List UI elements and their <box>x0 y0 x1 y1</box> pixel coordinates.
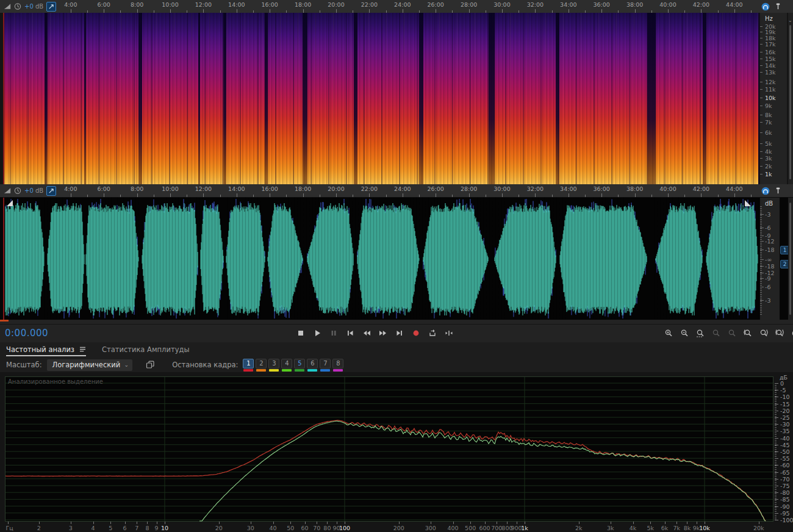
scroll-start-marker[interactable] <box>0 320 9 322</box>
hold-button-5[interactable]: 5 <box>294 359 305 368</box>
plot-y-label: -95 <box>780 509 790 516</box>
pin-icon[interactable] <box>775 2 781 10</box>
hold-button-7[interactable]: 7 <box>320 359 331 368</box>
spectrogram-scroll-strip[interactable]: ⌄ <box>788 13 793 184</box>
hold-button-4[interactable]: 4 <box>281 359 292 368</box>
timeline-ruler-spectrogram[interactable]: +0 dB 4:006:008:0010:0012:0014:0016:0018… <box>0 0 793 13</box>
tab-frequency-analysis[interactable]: Частотный анализ <box>6 342 86 356</box>
freq-axis-label: 3k <box>765 155 772 162</box>
hold-button-1[interactable]: 1 <box>243 359 254 368</box>
zoom-out-horizontal-button[interactable] <box>678 327 691 339</box>
zoom-to-selection-button[interactable] <box>694 327 706 339</box>
hold-button-3[interactable]: 3 <box>268 359 279 368</box>
gain-readout[interactable]: +0 dB <box>24 187 43 194</box>
waveform-display[interactable] <box>4 198 759 320</box>
ruler-tick <box>187 195 187 197</box>
spectrogram-display[interactable] <box>4 13 759 184</box>
spectrogram-gap <box>265 13 268 184</box>
gain-readout[interactable]: +0 dB <box>24 3 43 10</box>
plot-x-tick <box>8 522 9 524</box>
playhead-line[interactable] <box>3 13 4 184</box>
record-button[interactable] <box>410 327 422 339</box>
skip-to-start-button[interactable] <box>344 327 356 339</box>
plot-x-tick <box>110 522 111 524</box>
hold-button-2[interactable]: 2 <box>256 359 267 368</box>
plot-x-tick <box>579 522 580 524</box>
plot-x-label: 900 <box>511 525 522 531</box>
db-axis-label: -18 <box>765 263 775 270</box>
volume-fade-icon[interactable] <box>4 187 11 195</box>
hold-button-6[interactable]: 6 <box>307 359 318 368</box>
loop-playback-button[interactable] <box>426 327 439 339</box>
ruler-tick <box>170 193 171 197</box>
plot-y-tick <box>775 451 778 452</box>
hold-slot-2: 2 <box>256 359 267 372</box>
spectrogram-row: Hz 20k19k18k17k16k15k14k13k12k11k10k9k8k… <box>0 13 793 184</box>
plot-x-label: 500 <box>465 525 476 531</box>
db-axis-label: -3 <box>765 211 770 218</box>
hold-button-8[interactable]: 8 <box>332 359 343 368</box>
volume-fade-icon[interactable] <box>4 2 11 10</box>
hold-label: Остановка кадра: <box>172 361 238 369</box>
freq-axis-tick <box>760 106 762 106</box>
ruler-tick <box>701 193 702 197</box>
plot-x-label: 5 <box>109 525 112 531</box>
copy-frame-button[interactable] <box>146 361 155 369</box>
speed-clock-icon[interactable] <box>14 2 21 10</box>
hold-buttons: 12345678 <box>243 359 343 372</box>
headphones-icon[interactable] <box>761 2 770 11</box>
rewind-button[interactable] <box>361 327 373 339</box>
plot-y-tick <box>775 397 778 397</box>
plot-y-label: -90 <box>780 503 790 509</box>
channel-buttons: 12 <box>780 198 789 320</box>
plot-y-label: -20 <box>780 407 790 414</box>
pin-playhead-button[interactable] <box>46 2 56 12</box>
pin-playhead-button[interactable] <box>46 186 56 196</box>
db-axis-label: -3 <box>765 297 770 304</box>
zoom-in-right-edge-button[interactable] <box>758 327 770 339</box>
pause-button[interactable] <box>328 327 340 339</box>
ruler-tick <box>684 195 685 197</box>
scale-dropdown[interactable]: Логарифмический ⌄ <box>47 359 133 371</box>
plot-x-label: 300 <box>425 525 436 531</box>
zoom-reset-button[interactable] <box>726 327 738 339</box>
spectrogram-gap <box>198 13 200 184</box>
plot-y-label: -15 <box>780 400 790 407</box>
plot-x-tick <box>633 522 634 524</box>
fast-forward-button[interactable] <box>377 327 389 339</box>
plot-canvas[interactable] <box>5 376 773 522</box>
waveform-scroll-strip[interactable] <box>788 198 793 320</box>
hz-axis-unit-label: Гц <box>5 525 13 531</box>
zoom-in-left-edge-button[interactable] <box>742 327 754 339</box>
restore-zoom-button[interactable] <box>789 327 793 339</box>
plot-y-label: -75 <box>780 483 790 489</box>
pin-icon[interactable] <box>775 187 781 195</box>
panel-menu-icon[interactable] <box>79 347 86 352</box>
db-axis[interactable]: dB -3-6-9-12-18-∞-18-12-9-6-3 <box>760 198 780 320</box>
vertical-scrollbar[interactable] <box>789 203 791 315</box>
speed-clock-icon[interactable] <box>14 187 21 195</box>
db-axis-tick <box>760 273 764 273</box>
skip-to-end-button[interactable] <box>393 327 406 339</box>
tab-amplitude-statistics[interactable]: Статистика Амплитуды <box>102 342 190 356</box>
hold-color-swatch-2 <box>256 369 266 372</box>
headphones-icon[interactable] <box>761 187 770 195</box>
plot-x-label: 6k <box>661 525 669 531</box>
frequency-axis[interactable]: Hz 20k19k18k17k16k15k14k13k12k11k10k9k8k… <box>760 13 787 184</box>
panel-menu-chevron-icon[interactable]: ⌄ <box>788 18 792 23</box>
ruler-tick <box>486 195 486 197</box>
skip-cursor-button[interactable] <box>443 327 455 339</box>
plot-y-tick <box>775 390 778 390</box>
timeline-ruler-waveform[interactable]: +0 dB 4:006:008:0010:0012:0014:0016:0018… <box>0 184 793 198</box>
playhead-line[interactable] <box>3 198 4 320</box>
zoom-in-horizontal-button[interactable] <box>662 327 675 339</box>
ruler-tick <box>668 193 669 197</box>
zoom-out-full-button[interactable] <box>710 327 722 339</box>
play-button[interactable] <box>311 327 323 339</box>
frequency-plot[interactable]: Анализированное выделение Гц234567891020… <box>0 372 793 532</box>
vertical-scrollbar[interactable] <box>789 25 791 179</box>
time-display[interactable]: 0:00.000 <box>5 328 48 339</box>
ruler-tick <box>502 193 503 197</box>
stop-button[interactable] <box>295 327 307 339</box>
zoom-selection-horizontal-button[interactable] <box>773 327 786 339</box>
